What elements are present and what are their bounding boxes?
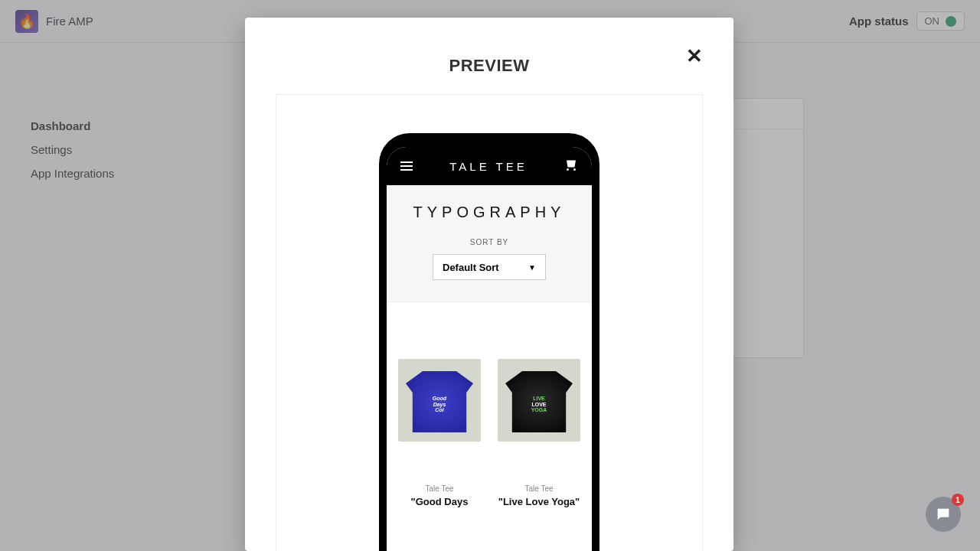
- category-title: TYPOGRAPHY: [387, 204, 592, 221]
- product-card[interactable]: LIVE LOVE YOGA Tale Tee "Live Love Yoga": [492, 315, 586, 551]
- chat-badge: 1: [952, 494, 964, 506]
- preview-modal: ✕ PREVIEW TALE TEE TYPOGRAPHY SORT BY: [245, 18, 733, 551]
- sort-selected-value: Default Sort: [443, 262, 499, 273]
- sort-select[interactable]: Default Sort ▼: [433, 254, 546, 280]
- shirt-print-text: LIVE LOVE YOGA: [498, 396, 580, 413]
- phone-screen: TALE TEE TYPOGRAPHY SORT BY Default Sort…: [387, 147, 592, 551]
- hamburger-icon[interactable]: [400, 161, 413, 171]
- product-image: LIVE LOVE YOGA: [498, 359, 580, 442]
- product-card[interactable]: Good Days Col Tale Tee "Good Days: [393, 315, 486, 551]
- product-image: Good Days Col: [398, 359, 481, 442]
- chat-button[interactable]: 1: [926, 497, 961, 532]
- product-grid: Good Days Col Tale Tee "Good Days L: [387, 302, 592, 551]
- product-vendor: Tale Tee: [425, 484, 453, 493]
- product-vendor: Tale Tee: [524, 484, 553, 493]
- shirt-print-text: Good Days Col: [398, 396, 481, 413]
- product-name: "Live Love Yoga": [494, 496, 585, 507]
- close-icon[interactable]: ✕: [686, 44, 703, 68]
- preview-frame: TALE TEE TYPOGRAPHY SORT BY Default Sort…: [276, 94, 703, 551]
- phone-mockup: TALE TEE TYPOGRAPHY SORT BY Default Sort…: [379, 133, 599, 551]
- caret-down-icon: ▼: [528, 263, 536, 272]
- shop-header: TALE TEE: [387, 147, 592, 185]
- category-section: TYPOGRAPHY SORT BY Default Sort ▼: [387, 185, 592, 302]
- sort-by-label: SORT BY: [387, 238, 592, 246]
- modal-title: PREVIEW: [245, 56, 733, 76]
- shop-title: TALE TEE: [449, 160, 527, 173]
- cart-icon[interactable]: [564, 160, 578, 172]
- product-name: "Good Days: [407, 496, 473, 507]
